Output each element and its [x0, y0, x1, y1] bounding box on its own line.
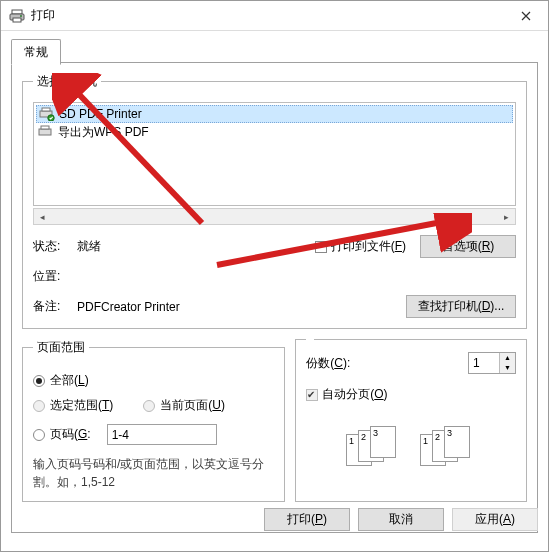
- range-all-radio[interactable]: 全部(L): [33, 372, 89, 389]
- copies-spinner[interactable]: ▲ ▼: [468, 352, 516, 374]
- range-pages-radio[interactable]: 页码(G:: [33, 426, 91, 443]
- printer-name: 导出为WPS PDF: [58, 124, 149, 141]
- radio-icon: [143, 400, 155, 412]
- range-current-radio: 当前页面(U): [143, 397, 225, 414]
- printer-list[interactable]: SD PDF Printer 导出为WPS PDF: [33, 102, 516, 206]
- collate-checkbox: 自动分页(O): [306, 386, 387, 403]
- group-select-printer: 选择打印机 SD PDF Printer 导出为WPS PDF: [22, 73, 527, 329]
- cancel-button[interactable]: 取消: [358, 508, 444, 531]
- find-printer-button[interactable]: 查找打印机(D)...: [406, 295, 516, 318]
- group-copies: 份数(C): ▲ ▼ 自动分页(O): [295, 339, 527, 502]
- scroll-right-button[interactable]: ▸: [498, 209, 515, 224]
- scroll-track[interactable]: [51, 209, 498, 224]
- print-dialog: 打印 常规 选择打印机 SD PDF Printer: [0, 0, 549, 552]
- radio-icon: [33, 375, 45, 387]
- legend-page-range: 页面范围: [33, 339, 89, 356]
- radio-icon: [33, 400, 45, 412]
- print-button[interactable]: 打印(P): [264, 508, 350, 531]
- copies-label: 份数(C):: [306, 355, 350, 372]
- printer-icon: [9, 8, 25, 24]
- collate-illustration: 1 2 3 1 2 3: [306, 418, 516, 466]
- svg-point-3: [20, 15, 22, 17]
- dialog-footer: 打印(P) 取消 应用(A): [1, 508, 548, 531]
- checkbox-icon: [315, 241, 327, 253]
- checkbox-icon: [306, 389, 318, 401]
- svg-rect-5: [42, 108, 50, 111]
- group-page-range: 页面范围 全部(L) 选定范围(T): [22, 339, 285, 502]
- printer-list-hscroll[interactable]: ◂ ▸: [33, 208, 516, 225]
- window-title: 打印: [31, 7, 504, 24]
- status-label: 状态:: [33, 238, 77, 255]
- svg-rect-0: [12, 10, 22, 14]
- printer-item[interactable]: 导出为WPS PDF: [36, 123, 513, 141]
- apply-button: 应用(A): [452, 508, 538, 531]
- svg-rect-8: [41, 126, 49, 129]
- pages-hint: 输入页码号码和/或页面范围，以英文逗号分割。如，1,5-12: [33, 455, 274, 491]
- tabstrip: 常规: [11, 39, 538, 63]
- spin-up-button[interactable]: ▲: [500, 353, 515, 363]
- preferences-button[interactable]: 首选项(R): [420, 235, 516, 258]
- comment-value: PDFCreator Printer: [77, 300, 406, 314]
- legend-select-printer: 选择打印机: [33, 73, 101, 90]
- copies-input[interactable]: [469, 353, 499, 373]
- svg-rect-7: [39, 129, 51, 135]
- printer-name: SD PDF Printer: [59, 107, 142, 121]
- radio-icon: [33, 429, 45, 441]
- close-button[interactable]: [504, 1, 548, 30]
- titlebar: 打印: [1, 1, 548, 31]
- printer-default-icon: [39, 107, 55, 121]
- tab-panel-general: 选择打印机 SD PDF Printer 导出为WPS PDF: [11, 63, 538, 533]
- svg-rect-2: [13, 18, 21, 22]
- printer-icon: [38, 125, 54, 139]
- range-selection-radio: 选定范围(T): [33, 397, 113, 414]
- pages-input[interactable]: [107, 424, 217, 445]
- printer-item[interactable]: SD PDF Printer: [36, 105, 513, 123]
- scroll-left-button[interactable]: ◂: [34, 209, 51, 224]
- comment-label: 备注:: [33, 298, 77, 315]
- location-label: 位置:: [33, 268, 77, 285]
- print-to-file-checkbox[interactable]: 打印到文件(F): [315, 238, 406, 255]
- spin-down-button[interactable]: ▼: [500, 363, 515, 373]
- status-value: 就绪: [77, 238, 315, 255]
- tab-general[interactable]: 常规: [11, 39, 61, 65]
